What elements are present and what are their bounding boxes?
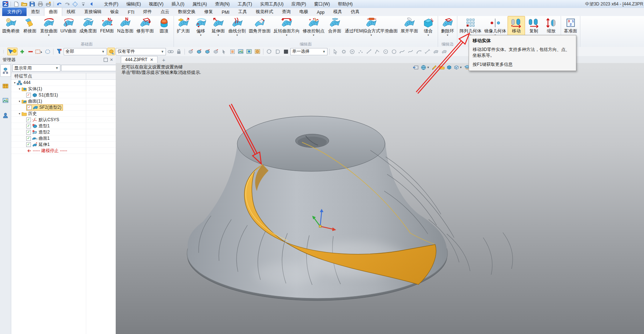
ribbon-button-修剪平面[interactable]: 修剪平面 xyxy=(135,16,155,37)
chevron-down-icon[interactable]: ▾ xyxy=(313,34,314,37)
filter-icon[interactable] xyxy=(55,48,63,55)
points-icon[interactable] xyxy=(357,48,364,55)
menu-item-1[interactable]: 编辑(E) xyxy=(122,0,145,8)
ribbon-tab-12[interactable]: 工具 xyxy=(234,8,251,16)
ribbon-tab-10[interactable]: 修复 xyxy=(200,8,217,16)
solid-display-icon[interactable] xyxy=(446,64,452,71)
tree-item-label[interactable]: 默认CSYS xyxy=(39,117,59,123)
float-panel-icon[interactable] xyxy=(104,58,108,62)
filter-combo[interactable]: 全部▼ xyxy=(64,48,107,55)
tree-item-label[interactable]: 曲面(1) xyxy=(28,98,42,104)
menu-item-7[interactable]: 实用工具(U) xyxy=(256,0,288,8)
image-1-icon[interactable] xyxy=(237,48,245,55)
pick-scope-icon[interactable] xyxy=(107,48,115,55)
impeller-model[interactable] xyxy=(116,63,644,334)
ribbon-button-U/V曲面[interactable]: U/V曲面 xyxy=(59,16,78,37)
view-mode-icon[interactable]: ▼ xyxy=(421,64,430,71)
ribbon-button-反转曲面方向[interactable]: 反转曲面方向 ▾ xyxy=(272,16,301,37)
tree-item-label[interactable]: SF2(造型2) xyxy=(39,104,61,111)
ribbon-tab-18[interactable]: 仿真 xyxy=(346,8,364,16)
ribbon-button-镜像几何体[interactable]: 镜像几何体 ▾ xyxy=(483,16,508,37)
tree-row-9[interactable]: ✓曲面1 xyxy=(11,135,116,142)
xray-2-icon[interactable] xyxy=(195,48,203,55)
ribbon-button-移动[interactable]: 移动 xyxy=(508,16,525,37)
visual-manager-tab[interactable] xyxy=(0,94,11,107)
chevron-down-icon[interactable]: ▾ xyxy=(48,34,49,37)
ribbon-tab-7[interactable]: 焊件 xyxy=(139,8,156,16)
tree-item-label[interactable]: 造型2 xyxy=(39,129,50,135)
ribbon-button-圆顶[interactable]: 圆顶 xyxy=(155,16,173,37)
selection-set-icon[interactable] xyxy=(72,1,79,7)
tree-item-label[interactable]: 444 xyxy=(23,80,31,85)
edit-object-icon[interactable] xyxy=(432,64,437,71)
menu-item-5[interactable]: 查询(N) xyxy=(211,0,234,8)
ribbon-button-偏移[interactable]: 偏移 ▾ xyxy=(192,16,210,37)
menu-item-2[interactable]: 视图(V) xyxy=(145,0,167,8)
image-2-icon[interactable] xyxy=(245,48,253,55)
ribbon-tab-8[interactable]: 点云 xyxy=(156,8,174,16)
align-view-icon[interactable] xyxy=(413,64,419,71)
ribbon-button-修改控制点[interactable]: 修改控制点 ▾ xyxy=(301,16,326,37)
spline-point-icon[interactable] xyxy=(398,48,406,55)
measure-icon[interactable] xyxy=(424,48,431,55)
ribbon-button-N边形面[interactable]: N N边形面 xyxy=(116,16,135,37)
ribbon-button-圆角桥接[interactable]: 圆角桥接 xyxy=(1,16,21,37)
tree-item-label[interactable]: 造型1 xyxy=(39,123,50,129)
rotate-view-icon[interactable] xyxy=(265,48,273,55)
menu-item-8[interactable]: 应用(P) xyxy=(287,0,310,8)
list-icon[interactable] xyxy=(228,48,236,55)
feature-tree-tab[interactable] xyxy=(0,64,11,77)
remove-selection-icon[interactable] xyxy=(27,48,34,55)
toolbar-options-icon[interactable] xyxy=(80,1,87,7)
tree-search-input[interactable] xyxy=(61,65,120,71)
column-splitter[interactable] xyxy=(86,73,86,79)
ribbon-tab-13[interactable]: 视觉样式 xyxy=(251,8,278,16)
circle-point-icon[interactable] xyxy=(382,48,389,55)
undo-icon[interactable] xyxy=(56,1,63,7)
ribbon-button-通过FEM拟合方式平滑曲面[interactable]: 通过FEM拟合方式平滑曲面 ▾ xyxy=(343,16,399,37)
ribbon-button-直纹曲面[interactable]: 直纹曲面 ▾ xyxy=(39,16,59,37)
open-in-icon[interactable] xyxy=(439,64,445,71)
menu-item-4[interactable]: 属性(A) xyxy=(188,0,211,8)
ribbon-button-合并面[interactable]: 合并面 xyxy=(326,16,343,37)
menu-item-3[interactable]: 插入(I) xyxy=(167,0,188,8)
tree-item-label[interactable]: 曲面1 xyxy=(39,135,50,142)
ribbon-button-成角度面[interactable]: 成角度面 xyxy=(78,16,98,37)
tree-row-6[interactable]: ✓Yx默认CSYS xyxy=(11,117,116,123)
visibility-checkbox[interactable]: ✓ xyxy=(27,105,32,110)
circle-icon[interactable] xyxy=(390,48,398,55)
pick-highlight-icon[interactable] xyxy=(7,48,17,55)
ribbon-tab-3[interactable]: 线框 xyxy=(62,8,80,16)
ribbon-button-缩放[interactable]: 缩放 xyxy=(542,16,560,37)
ribbon-button-圆角开放面[interactable]: 圆角开放面 xyxy=(247,16,272,37)
ribbon-tab-1[interactable]: 造型 xyxy=(27,8,44,16)
redo-icon[interactable] xyxy=(64,1,71,7)
role-manager-tab[interactable] xyxy=(0,109,11,122)
close-document-icon[interactable]: ✕ xyxy=(150,57,153,62)
chevron-down-icon[interactable]: ▾ xyxy=(428,34,429,37)
ribbon-tab-9[interactable]: 数据交换 xyxy=(174,8,200,16)
close-panel-icon[interactable]: ✕ xyxy=(110,58,113,61)
polyline-icon[interactable] xyxy=(373,48,381,55)
plot-icon[interactable] xyxy=(45,1,52,7)
tree-item-label[interactable]: 历史 xyxy=(28,111,37,117)
gear-icon[interactable] xyxy=(340,48,347,55)
ribbon-button-复制[interactable]: 复制 xyxy=(525,16,542,37)
play-icon[interactable] xyxy=(348,48,356,55)
xray-3-icon[interactable] xyxy=(203,48,211,55)
ribbon-button-阵列几何体[interactable]: 阵列几何体 ▾ xyxy=(458,16,483,37)
ribbon-tab-5[interactable]: 钣金 xyxy=(106,8,123,16)
pointer-icon[interactable] xyxy=(331,48,339,55)
app-logo[interactable] xyxy=(2,1,9,7)
surface-b-icon[interactable] xyxy=(440,48,448,55)
tree-row-11[interactable]: ----- 建模停止 ----- xyxy=(11,148,116,154)
tree-row-3[interactable]: ▾曲面(1) xyxy=(11,98,116,104)
ribbon-tab-2[interactable]: 曲面 xyxy=(44,7,62,16)
visibility-checkbox[interactable]: ✓ xyxy=(26,124,31,128)
visibility-checkbox[interactable]: ✓ xyxy=(26,142,31,147)
tree-item-label[interactable]: 延伸1 xyxy=(39,142,50,148)
tree-row-5[interactable]: ▾历史 xyxy=(11,111,116,117)
tree-row-10[interactable]: ✓延伸1 xyxy=(11,142,116,148)
new-file-icon[interactable] xyxy=(13,1,20,7)
new-document-tab[interactable]: + xyxy=(162,57,165,63)
